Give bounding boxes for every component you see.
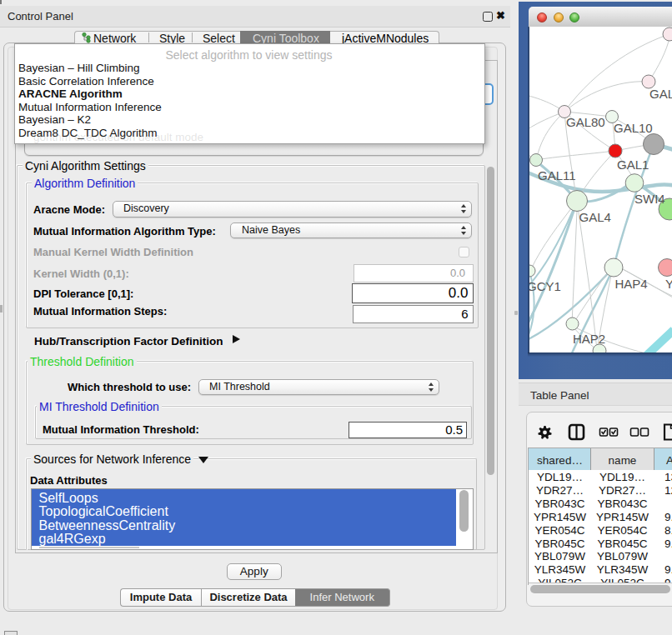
svg-text:GAL11: GAL11 [538,168,576,182]
svg-text:GAL4: GAL4 [579,210,611,224]
svg-text:GCY1: GCY1 [529,279,561,293]
svg-text:Y: Y [665,277,672,291]
svg-text:GAL10: GAL10 [614,121,653,135]
svg-text:SWI4: SWI4 [634,192,665,206]
svg-text:HAP2: HAP2 [573,332,605,346]
svg-text:GAL80: GAL80 [566,115,605,129]
svg-text:GAL1: GAL1 [617,158,649,172]
svg-text:GAL2: GAL2 [649,87,672,101]
svg-text:HAP4: HAP4 [615,277,648,291]
